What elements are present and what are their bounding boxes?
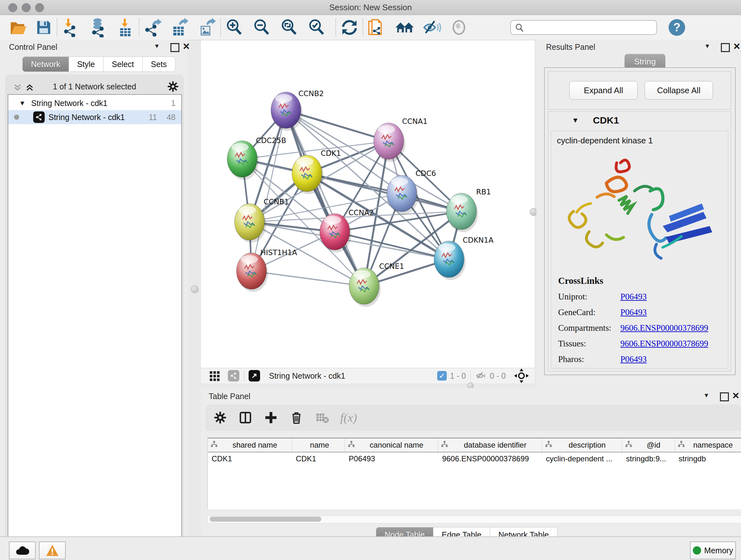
network-node-RB1[interactable] [447,193,478,232]
crosslink-link[interactable]: 9606.ENSP00000378699 [620,323,708,333]
import-network-file-button[interactable] [61,17,81,37]
network-edge[interactable] [252,110,286,271]
zoom-selected-button[interactable] [307,17,327,37]
table-cell[interactable]: stringdb:9... [622,452,675,466]
gear-icon[interactable] [214,411,226,424]
table-cell[interactable]: CDK1 [208,452,292,466]
crosslink-link[interactable]: P06493 [620,354,647,364]
add-column-icon[interactable] [264,411,278,424]
maximize-panel-icon[interactable] [721,43,730,52]
table-cell[interactable]: cyclin-dependent ... [542,452,622,466]
crosshair-icon[interactable] [514,368,529,383]
float-panel-icon[interactable]: ▾ [704,391,708,399]
network-graph[interactable]: CCNB2CCNA1CDC25BCDK1CDC6RB1CCNB1CCNA2CDK… [201,40,535,368]
network-node-CDK1[interactable] [292,155,324,194]
tab-network[interactable]: Network [22,57,69,72]
network-edge[interactable] [252,271,364,286]
network-node-CCNB2[interactable] [271,92,302,131]
hide-labels-button[interactable] [422,17,442,37]
string-results-container: Expand All Collapse All ▼ CDK1 cyclin-de… [544,67,736,375]
select-columns-icon[interactable] [239,411,252,424]
network-node-CDC6[interactable] [387,175,418,214]
shared-column-icon [625,440,632,450]
table-cell[interactable]: stringdb [675,452,741,466]
table-horizontal-scrollbar[interactable] [207,516,741,523]
open-session-button[interactable] [8,17,28,37]
network-edge[interactable] [286,110,364,286]
close-panel-icon[interactable]: ✕ [733,41,740,52]
close-panel-icon[interactable]: ✕ [183,41,190,52]
import-table-file-button[interactable] [116,17,136,37]
network-canvas[interactable]: CCNB2CCNA1CDC25BCDK1CDC6RB1CCNB1CCNA2CDK… [201,40,535,368]
tab-select[interactable]: Select [104,57,142,72]
zoom-out-button[interactable] [252,17,272,37]
export-image-button[interactable] [197,17,217,37]
collapse-all-button[interactable]: Collapse All [645,81,713,100]
table-row[interactable]: CDK1CDK1P064939606.ENSP00000378699cyclin… [208,452,741,466]
network-row[interactable]: String Network - cdk1 11 48 [8,110,181,124]
maximize-panel-icon[interactable] [720,392,729,401]
network-node-CCNA1[interactable] [374,123,405,162]
search-input[interactable] [510,20,657,35]
entry-collapse-icon[interactable]: ▼ [572,116,579,125]
network-node-CCNB1[interactable] [234,204,266,243]
column-header-canonical-name[interactable]: canonical name [345,438,439,452]
column-header-name[interactable]: name [292,438,345,452]
crosslink-link[interactable]: P06493 [620,292,647,302]
delete-column-icon[interactable] [290,411,303,424]
detach-view-button[interactable] [249,370,260,381]
toolbar-separator [139,18,140,37]
show-graphics-button[interactable] [449,17,469,37]
tab-string[interactable]: String [624,54,665,69]
warnings-button[interactable] [39,542,66,559]
left-panel-divider-handle[interactable] [191,286,199,293]
column-header-label: canonical name [367,441,425,449]
table-cell[interactable]: 9606.ENSP00000378699 [438,452,542,466]
save-session-button[interactable] [34,17,54,37]
function-builder-icon[interactable]: f(x) [340,411,357,425]
memory-button[interactable]: Memory [690,542,736,559]
tab-sets[interactable]: Sets [143,57,176,72]
column-header-namespace[interactable]: namespace [675,438,741,452]
hidden-eye-icon[interactable] [475,370,487,381]
string-home-button[interactable] [395,17,414,37]
collection-expand-icon[interactable]: ▼ [19,100,25,107]
string-import-button[interactable] [367,17,387,37]
column-header-shared-name[interactable]: shared name [208,438,292,452]
column-header-database-identifier[interactable]: database identifier [438,438,542,452]
network-list: ▼ String Network - cdk1 1 String Network… [8,94,182,560]
network-node-CCNE1[interactable] [349,268,381,307]
import-network-database-button[interactable] [88,17,108,37]
zoom-fit-button[interactable] [279,17,299,37]
float-panel-icon[interactable]: ▾ [155,42,158,50]
maximize-panel-icon[interactable] [171,43,179,52]
network-share-view-icon[interactable] [228,370,239,381]
table-cell[interactable]: CDK1 [292,452,345,466]
network-collection-row[interactable]: ▼ String Network - cdk1 1 [8,96,181,110]
grid-view-icon[interactable] [209,370,220,381]
column-header-description[interactable]: description [542,438,622,452]
float-panel-icon[interactable]: ▾ [705,42,709,50]
delete-table-icon[interactable] [315,411,329,425]
network-node-HIST1H1A[interactable] [237,253,268,292]
tab-style[interactable]: Style [69,57,104,72]
close-panel-icon[interactable]: ✕ [732,390,739,401]
cloud-status-button[interactable] [9,542,36,559]
table-cell[interactable]: P06493 [345,452,439,466]
zoom-in-button[interactable] [224,17,244,37]
network-node-CCNA2[interactable] [320,213,351,253]
shared-column-icon [210,440,218,450]
expand-all-button[interactable]: Expand All [569,81,637,100]
crosslink-link[interactable]: 9606.ENSP00000378699 [620,339,708,349]
node-entry-header[interactable]: ▼ CDK1 [548,112,731,130]
gear-icon[interactable] [167,81,179,92]
help-button[interactable]: ? [669,19,685,36]
apply-layout-button[interactable] [340,17,359,37]
scrollbar-thumb[interactable] [210,516,321,522]
column-header-@id[interactable]: @id [622,438,675,452]
crosslink-link[interactable]: P06493 [620,307,647,317]
network-node-CDKN1A[interactable] [434,241,466,280]
export-table-button[interactable] [170,17,190,37]
selected-checkbox-icon[interactable]: ✓ [437,371,447,381]
export-network-button[interactable] [143,17,163,37]
